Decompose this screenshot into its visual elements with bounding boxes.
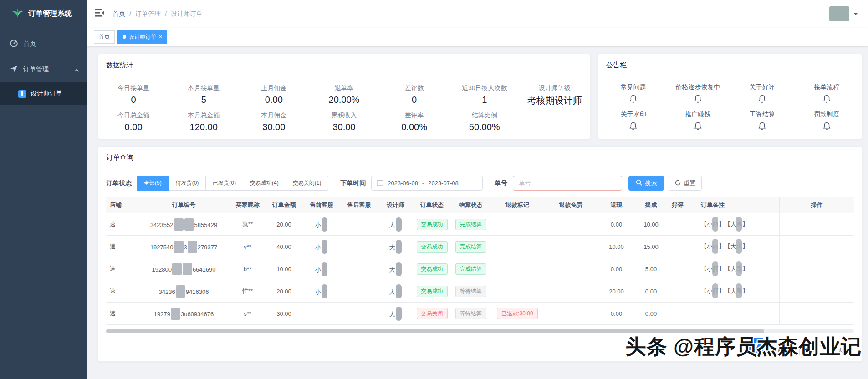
stats-card: 数据统计 今日接单量 0 本月接单量 5 xyxy=(98,54,590,139)
breadcrumb-orders[interactable]: 订单管理 xyxy=(135,10,161,18)
sidebar-item-designer-orders[interactable]: 设计师订单 xyxy=(0,82,87,105)
stat-label: 结算比例 xyxy=(449,111,520,120)
breadcrumb-home[interactable]: 首页 xyxy=(112,10,125,18)
table-row: 速 19275403279377 y** 40.00 小 大 交易成功 完成结算 xyxy=(106,236,854,258)
stat-item: 差评率 0.00% xyxy=(379,108,449,132)
tab-designer-orders[interactable]: 设计师订单 × xyxy=(117,30,167,44)
date-start: 2023-06-08 xyxy=(388,180,418,187)
announcement-item[interactable]: 常见问题 xyxy=(601,83,666,105)
announcement-label: 价格逐步恢复中 xyxy=(666,83,730,91)
announcement-item[interactable]: 关于水印 xyxy=(601,111,666,132)
announcement-item[interactable]: 价格逐步恢复中 xyxy=(666,83,730,105)
watermark-text: 头条 @程序员杰森创业记 xyxy=(626,333,862,360)
announcement-label: 罚款制度 xyxy=(795,111,859,119)
status-filter-button[interactable]: 交易成功(4) xyxy=(243,176,286,191)
sidebar-submenu: 设计师订单 xyxy=(0,82,87,105)
stat-item: 设计师等级 考核期设计师 xyxy=(520,81,590,107)
refund-tag: 已退款:30.00 xyxy=(497,308,537,319)
horizontal-scrollbar-track xyxy=(106,329,854,333)
date-range-picker[interactable]: 2023-06-08 - 2023-07-08 xyxy=(371,176,483,191)
col-commission: 提成 xyxy=(636,201,666,209)
cell-remark: 【小丽】【大禹】 xyxy=(701,220,748,228)
cell-cashback: 0.00 xyxy=(597,221,636,228)
order-no-input[interactable] xyxy=(513,176,622,191)
stat-value: 0.00 xyxy=(239,95,309,105)
stat-value: 0 xyxy=(98,95,168,105)
announcement-item[interactable]: 推广赚钱 xyxy=(666,111,730,132)
bell-icon xyxy=(758,124,766,132)
close-icon[interactable]: × xyxy=(159,34,162,40)
breadcrumb-current: 设计师订单 xyxy=(171,10,203,18)
bell-icon xyxy=(694,124,702,132)
hamburger-icon[interactable] xyxy=(95,9,104,19)
cell-presale: 小 xyxy=(303,217,340,232)
cell-remark: 【小丽】【大禹】 xyxy=(701,243,748,251)
col-shop: 店铺 xyxy=(106,201,137,209)
col-settle: 结算状态 xyxy=(451,201,490,209)
stat-item: 结算比例 50.00% xyxy=(449,108,520,132)
cell-buyer: 就** xyxy=(230,220,265,228)
announcement-label: 推广赚钱 xyxy=(666,111,730,119)
stat-label: 设计师等级 xyxy=(520,84,590,92)
stat-value: 5 xyxy=(168,95,239,105)
status-filter-button[interactable]: 交易关闭(1) xyxy=(286,176,329,191)
user-menu[interactable] xyxy=(829,6,858,21)
cell-designer: 大 xyxy=(378,240,413,254)
stat-label: 本月接单量 xyxy=(168,84,239,92)
search-icon xyxy=(636,179,642,187)
table-header-row: 店铺 订单编号 买家昵称 订单金额 售前客服 售后客服 设计师 订单状态 结算状… xyxy=(106,197,854,213)
sidebar-item-home[interactable]: 首页 xyxy=(0,31,87,57)
status-filter-button[interactable]: 待发货(0) xyxy=(168,176,206,191)
cell-remark: 【小丽】【大禹】 xyxy=(701,287,748,295)
tab-home[interactable]: 首页 xyxy=(94,30,115,44)
cell-shop: 速 xyxy=(106,309,137,318)
cell-actions xyxy=(779,258,854,280)
cell-shop: 速 xyxy=(106,243,137,251)
order-status-tag: 交易成功 xyxy=(417,241,448,253)
announcement-item[interactable]: 关于好评 xyxy=(730,83,795,105)
cell-actions xyxy=(779,236,854,258)
cell-order-no: 34235525855429 xyxy=(137,218,230,231)
cell-cashback: 10.00 xyxy=(597,243,636,250)
stat-label: 退单率 xyxy=(309,84,379,92)
cell-amount: 40.00 xyxy=(265,243,303,250)
app-title: 订单管理系统 xyxy=(28,9,72,19)
stat-value: 30.00 xyxy=(239,122,309,132)
status-button-group: 全部(5) 待发货(0) 已发货(0) 交易成功(4) 交易关闭(1) xyxy=(137,176,328,191)
bell-icon xyxy=(758,97,766,105)
order-status-tag: 交易成功 xyxy=(417,263,448,275)
table-row: 速 34235525855429 就** 20.00 小 大 交易成功 完成结算 xyxy=(106,213,854,236)
cell-cashback: 20.00 xyxy=(597,288,636,295)
col-actions: 操作 xyxy=(779,197,854,213)
col-designer: 设计师 xyxy=(378,201,413,209)
cell-actions xyxy=(779,280,854,302)
avatar xyxy=(829,6,849,21)
stat-label: 今日接单量 xyxy=(98,84,168,92)
order-no-label: 单号 xyxy=(495,179,507,187)
bell-icon xyxy=(823,97,831,105)
sidebar-menu: 首页 订单管理 设计师订单 xyxy=(0,28,87,105)
announcement-card: 公告栏 常见问题 价格逐步恢复中 xyxy=(598,54,862,139)
settle-status-tag: 完成结算 xyxy=(455,263,486,275)
filter-bar: 订单状态 全部(5) 待发货(0) 已发货(0) 交易成功(4) 交易关闭(1) xyxy=(98,168,862,197)
announcement-item[interactable]: 罚款制度 xyxy=(795,111,859,132)
horizontal-scrollbar-thumb[interactable] xyxy=(106,329,764,333)
status-filter-button[interactable]: 已发货(0) xyxy=(205,176,243,191)
stat-label: 累积收入 xyxy=(309,111,379,120)
search-button[interactable]: 搜索 xyxy=(628,176,664,191)
sidebar-item-label: 首页 xyxy=(23,40,36,48)
caret-down-icon xyxy=(853,13,858,17)
stat-label: 差评率 xyxy=(379,111,449,120)
announcement-item[interactable]: 接单流程 xyxy=(795,83,859,105)
tags-view-bar: 首页 设计师订单 × xyxy=(87,28,868,46)
sidebar-item-order-management[interactable]: 订单管理 xyxy=(0,57,87,82)
cell-amount: 30.00 xyxy=(265,310,303,317)
page-content: 数据统计 今日接单量 0 本月接单量 5 xyxy=(87,46,868,379)
app-logo: 订单管理系统 xyxy=(0,0,87,28)
stat-label: 差评数 xyxy=(379,84,449,92)
reset-button[interactable]: 重置 xyxy=(669,176,702,191)
status-filter-button[interactable]: 全部(5) xyxy=(137,176,169,191)
announcement-item[interactable]: 工资结算 xyxy=(730,111,795,132)
cell-designer: 大 xyxy=(378,284,413,298)
stat-item: 本月佣金 30.00 xyxy=(239,108,309,132)
